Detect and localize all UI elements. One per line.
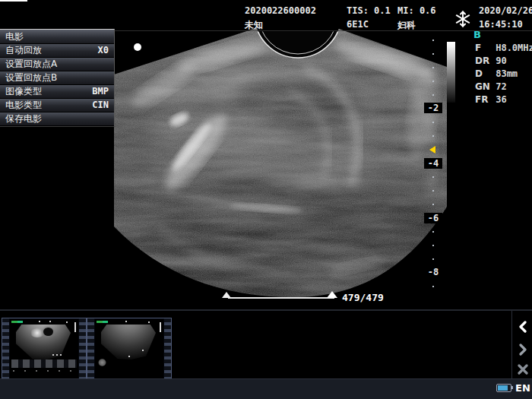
cine-start-marker[interactable] <box>222 292 231 298</box>
close-icon[interactable] <box>515 362 530 377</box>
filmstrip-edge <box>87 318 94 379</box>
battery-icon <box>496 384 511 392</box>
menu-item-auto-playback[interactable]: 自动回放 X0 <box>0 44 114 58</box>
depth-label-6: -6 <box>424 213 442 223</box>
thumbnail-strip <box>0 309 532 380</box>
menu-item-cine-type[interactable]: 电影类型 CIN <box>0 99 114 112</box>
time-readout: 16:45:10 <box>479 19 523 30</box>
param-gain: GN 72 <box>475 81 507 94</box>
depth-label-8: -8 <box>424 267 442 277</box>
cine-position-marker[interactable] <box>327 291 337 298</box>
grayscale-bar <box>447 42 455 103</box>
frame-counter: 479/479 <box>342 292 384 303</box>
snowflake-icon <box>454 11 471 27</box>
probe-model: 6E1C <box>347 19 369 30</box>
chevron-left-icon[interactable] <box>515 319 530 334</box>
menu-item-save-cine[interactable]: 保存电影 <box>0 112 114 126</box>
filmstrip-edge <box>2 318 9 379</box>
orientation-marker-dot <box>134 43 141 51</box>
filmstrip-edge <box>164 318 171 379</box>
focus-triangle-icon[interactable] <box>429 146 435 154</box>
cine-thumbnail-1[interactable] <box>2 318 87 380</box>
filmstrip-edge <box>79 318 86 379</box>
ultrasound-screen: 2020022600002 未知 TIS: 0.1 MI: 0.6 6E1C 妇… <box>0 0 532 399</box>
depth-label-2: -2 <box>424 103 442 113</box>
mini-status-text <box>11 321 23 323</box>
mini-status-text <box>97 321 108 323</box>
patient-id: 2020022600002 <box>245 5 316 16</box>
mi-readout: MI: 0.6 <box>397 5 436 16</box>
param-depth: D 83mm <box>475 68 518 81</box>
cine-thumbnail-2[interactable] <box>87 318 172 380</box>
depth-label-4: -4 <box>424 158 442 169</box>
strip-divider <box>511 311 512 380</box>
mode-indicator: B <box>473 29 481 40</box>
chevron-right-icon[interactable] <box>515 342 530 357</box>
artifact-line <box>0 0 27 2</box>
menu-item-set-point-b[interactable]: 设置回放点B <box>0 71 114 85</box>
menu-value-cine-type: CIN <box>92 99 109 112</box>
cine-menu: 电影 自动回放 X0 设置回放点A 设置回放点B 图像类型 BMP 电影类型 C… <box>0 29 115 127</box>
mini-ultrasound-fan <box>101 325 156 359</box>
param-frame-rate: FR 36 <box>475 94 507 107</box>
tis-readout: TIS: 0.1 <box>347 5 391 16</box>
param-dynamic-range: DR 90 <box>475 55 507 68</box>
status-bar: EN <box>0 378 532 399</box>
menu-item-set-point-a[interactable]: 设置回放点A <box>0 58 114 71</box>
mini-cyst <box>43 328 53 336</box>
menu-value-auto-playback: X0 <box>98 44 109 57</box>
cine-scrubber-track[interactable] <box>228 297 334 299</box>
input-language-indicator[interactable]: EN <box>515 382 530 394</box>
date-readout: 2020/02/26 <box>479 5 532 16</box>
menu-value-image-type: BMP <box>92 85 109 98</box>
param-frequency: F H8.0MHz <box>475 43 532 55</box>
menu-title-cine[interactable]: 电影 <box>0 30 114 44</box>
menu-item-image-type[interactable]: 图像类型 BMP <box>0 85 114 99</box>
mini-thumbnail-row <box>11 359 77 368</box>
